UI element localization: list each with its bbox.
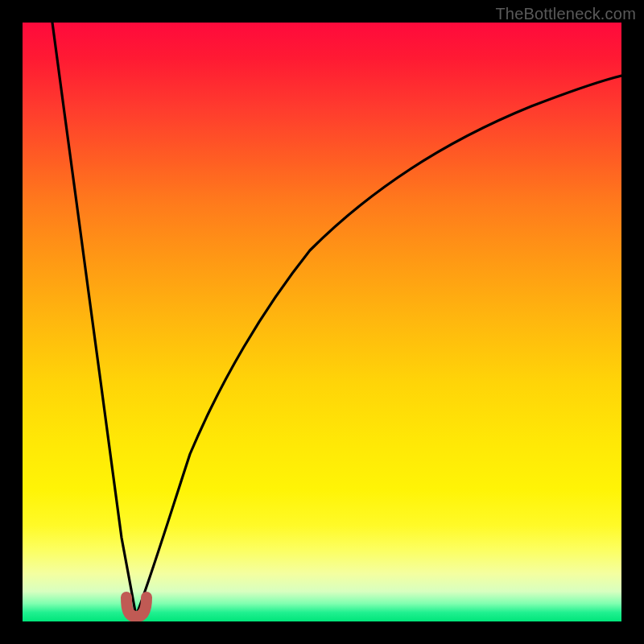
- heat-gradient-background: [23, 23, 621, 621]
- watermark-text: TheBottleneck.com: [495, 5, 636, 23]
- chart-frame: TheBottleneck.com: [0, 0, 644, 644]
- plot-area: [23, 23, 621, 621]
